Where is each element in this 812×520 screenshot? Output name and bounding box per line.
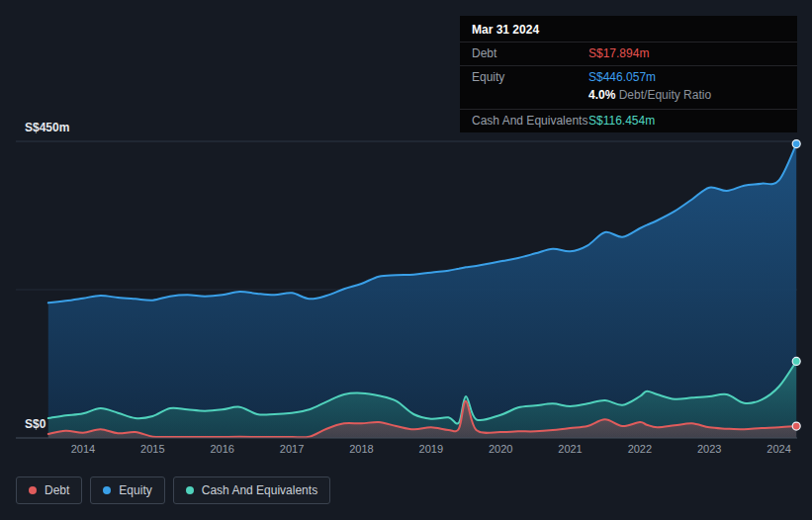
legend: DebtEquityCash And Equivalents — [16, 477, 330, 504]
x-tick-2019: 2019 — [409, 443, 453, 455]
x-tick-2014: 2014 — [61, 443, 105, 455]
legend-item-debt[interactable]: Debt — [16, 477, 82, 504]
debt-equity-history-chart: S$450m S$0 20142015201620172018201920202… — [0, 0, 812, 520]
tooltip: Mar 31 2024 Debt S$17.894m Equity S$446.… — [460, 16, 797, 132]
tooltip-debt-label: Debt — [472, 46, 588, 60]
tooltip-cash-row: Cash And Equivalents S$116.454m — [460, 109, 797, 132]
tooltip-ratio-value: 4.0% — [588, 88, 615, 102]
legend-label-cash-and-equivalents: Cash And Equivalents — [202, 483, 317, 497]
x-tick-2022: 2022 — [618, 443, 662, 455]
legend-swatch-debt — [29, 486, 37, 494]
legend-label-debt: Debt — [45, 483, 69, 497]
x-tick-2020: 2020 — [479, 443, 522, 455]
tooltip-equity-row: Equity S$446.057m 4.0% Debt/Equity Ratio — [460, 65, 797, 109]
tooltip-cash-value: S$116.454m — [588, 114, 785, 128]
x-tick-2024: 2024 — [758, 443, 801, 455]
tooltip-debt-equity-ratio: 4.0% Debt/Equity Ratio — [588, 88, 785, 104]
legend-label-equity: Equity — [119, 483, 151, 497]
tooltip-cash-label: Cash And Equivalents — [472, 114, 588, 128]
x-tick-2021: 2021 — [549, 443, 592, 455]
tooltip-debt-value: S$17.894m — [588, 46, 785, 60]
x-tick-2018: 2018 — [339, 443, 383, 455]
tooltip-ratio-label: Debt/Equity Ratio — [619, 88, 711, 102]
tooltip-date: Mar 31 2024 — [460, 16, 797, 42]
x-tick-2015: 2015 — [131, 443, 174, 455]
legend-swatch-cash-and-equivalents — [186, 486, 194, 494]
tooltip-equity-label: Equity — [472, 70, 588, 84]
legend-item-equity[interactable]: Equity — [90, 477, 164, 504]
legend-item-cash-and-equivalents[interactable]: Cash And Equivalents — [173, 477, 330, 504]
x-axis: 2014201520162017201820192020202120222023… — [0, 443, 812, 459]
y-axis-label-450m: S$450m — [25, 121, 69, 134]
x-tick-2016: 2016 — [201, 443, 244, 455]
y-axis-label-0: S$0 — [25, 417, 45, 431]
tooltip-debt-row: Debt S$17.894m — [460, 42, 797, 65]
x-tick-2017: 2017 — [270, 443, 314, 455]
legend-swatch-equity — [103, 486, 111, 494]
x-tick-2023: 2023 — [687, 443, 731, 455]
tooltip-equity-value: S$446.057m — [588, 70, 785, 84]
